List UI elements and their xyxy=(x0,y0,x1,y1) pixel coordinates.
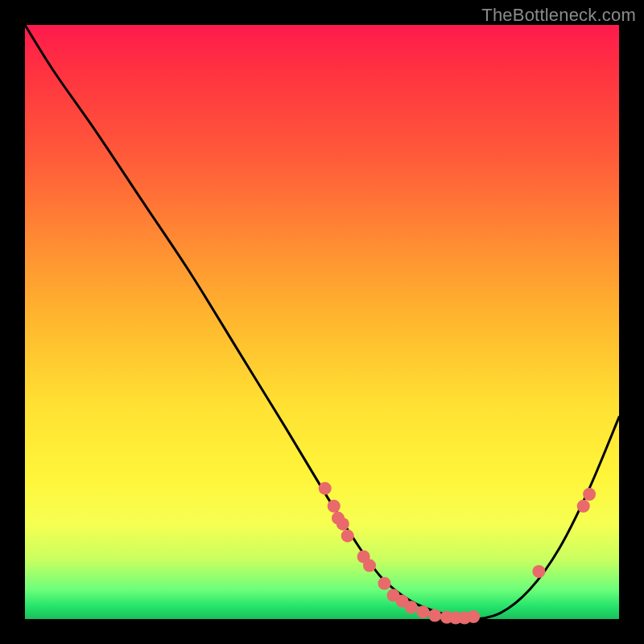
curve-marker xyxy=(336,518,349,530)
curve-marker xyxy=(319,482,332,495)
curve-marker xyxy=(328,500,341,513)
curve-marker xyxy=(341,530,354,543)
chart-svg xyxy=(25,25,619,619)
curve-marker xyxy=(467,610,480,623)
curve-marker xyxy=(416,605,429,618)
curve-marker-group xyxy=(319,482,596,625)
curve-marker xyxy=(577,500,590,513)
curve-marker xyxy=(378,577,390,590)
curve-marker xyxy=(532,565,545,578)
curve-marker xyxy=(428,609,441,622)
curve-marker xyxy=(363,559,376,572)
bottleneck-curve xyxy=(25,25,619,619)
curve-marker xyxy=(405,601,418,613)
watermark-label: TheBottleneck.com xyxy=(481,5,636,26)
curve-marker xyxy=(583,488,596,501)
outer-frame: TheBottleneck.com xyxy=(0,0,644,644)
